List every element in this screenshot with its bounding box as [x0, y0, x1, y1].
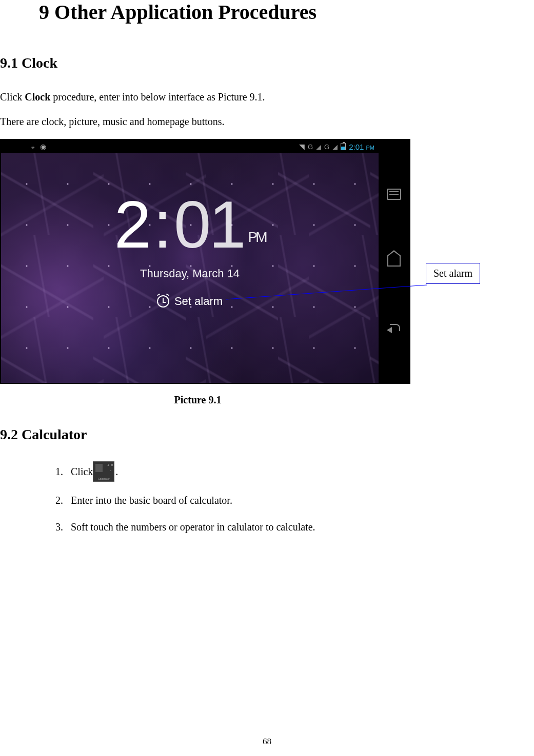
recent-apps-icon [387, 189, 401, 200]
set-alarm-button[interactable]: Set alarm [157, 295, 223, 308]
callout-leader-line [226, 285, 427, 308]
alarm-clock-icon [157, 295, 169, 308]
page-title: 9 Other Application Procedures [0, 0, 534, 24]
wifi-icon: ◥ [299, 142, 305, 151]
list-item: 3. Soft touch the numbers or operator in… [55, 519, 534, 535]
screenshot-container: ⍖ ◉ ◥ G ◢ G ◢ 2:01 PM 2 [0, 139, 534, 384]
navigation-bar [379, 140, 409, 383]
callout-annotation: Set alarm [426, 263, 480, 284]
list-number: 3. [55, 519, 71, 535]
battery-icon [341, 143, 346, 150]
nav-home-button[interactable] [385, 252, 403, 271]
nav-recent-button[interactable] [385, 185, 403, 203]
back-icon [388, 324, 400, 333]
statusbar-time-value: 2:01 [349, 142, 364, 151]
svg-line-0 [226, 285, 427, 299]
home-icon [387, 256, 401, 267]
signal-icon-1: ◢ [316, 143, 321, 151]
clock-time-display: 2 : 01 PM [1, 191, 379, 258]
clock-ampm: PM [248, 230, 266, 244]
page-number: 68 [0, 737, 534, 747]
statusbar-left: ⍖ ◉ [5, 142, 46, 151]
list-text-suffix: . [115, 463, 118, 480]
status-bar: ⍖ ◉ ◥ G ◢ G ◢ 2:01 PM [1, 140, 379, 153]
clock-intro-line1: Click Clock procedure, enter into below … [0, 90, 534, 104]
clock-hours: 2 [114, 191, 149, 258]
android-icon: ◉ [40, 142, 46, 151]
list-item: 1. Click Calculator . [55, 461, 534, 482]
list-text: Soft touch the numbers or operator in ca… [71, 519, 315, 535]
network-g-label-2: G [324, 143, 329, 151]
clock-colon: : [153, 191, 170, 258]
list-item: 2. Enter into the basic board of calcula… [55, 492, 534, 508]
network-g-label-1: G [308, 143, 313, 151]
calculator-app-icon: Calculator [93, 461, 114, 482]
section-heading-calculator: 9.2 Calculator [0, 426, 534, 443]
list-number: 1. [55, 463, 71, 480]
nav-back-button[interactable] [385, 319, 403, 338]
statusbar-time: 2:01 PM [349, 142, 374, 151]
statusbar-right: ◥ G ◢ G ◢ 2:01 PM [299, 142, 374, 151]
usb-icon: ⍖ [31, 142, 35, 151]
list-number: 2. [55, 492, 71, 508]
text-fragment: Click [0, 91, 25, 103]
figure-caption: Picture 9.1 [0, 394, 534, 406]
section-heading-clock: 9.1 Clock [0, 55, 534, 71]
clock-minutes: 01 [174, 191, 244, 258]
statusbar-ampm: PM [366, 145, 375, 151]
clock-intro-line2: There are clock, picture, music and home… [0, 114, 534, 129]
set-alarm-label: Set alarm [174, 295, 223, 308]
text-fragment: procedure, enter into below interface as… [50, 91, 265, 103]
calculator-icon-label: Calculator [93, 477, 114, 481]
calculator-steps-list: 1. Click Calculator . 2. Enter into the … [0, 461, 534, 535]
screenshot-main-area: ⍖ ◉ ◥ G ◢ G ◢ 2:01 PM 2 [1, 140, 379, 383]
android-screenshot: ⍖ ◉ ◥ G ◢ G ◢ 2:01 PM 2 [0, 139, 410, 384]
signal-icon-2: ◢ [332, 143, 338, 151]
list-text-prefix: Click [71, 463, 93, 480]
bold-word-clock: Clock [25, 91, 50, 103]
clock-date: Thursday, March 14 [1, 267, 379, 280]
list-text: Enter into the basic board of calculator… [71, 492, 232, 508]
